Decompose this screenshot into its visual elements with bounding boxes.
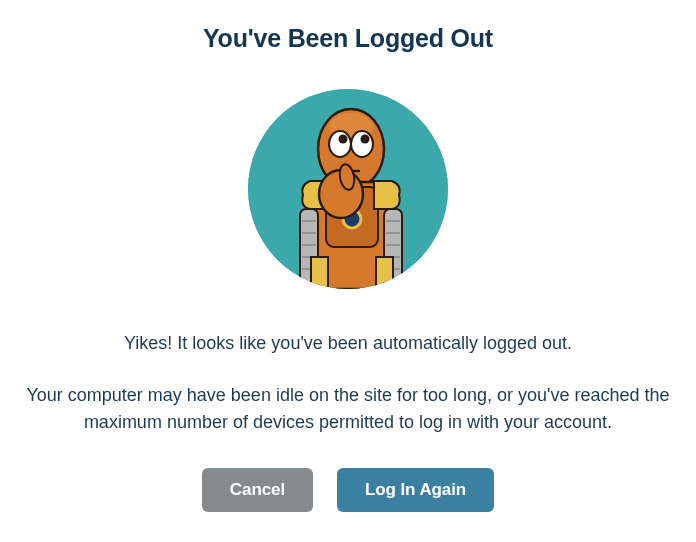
svg-point-5: [339, 135, 348, 144]
svg-point-3: [329, 131, 351, 157]
svg-point-4: [351, 131, 373, 157]
message-secondary: Your computer may have been idle on the …: [23, 382, 673, 436]
login-again-button[interactable]: Log In Again: [337, 468, 494, 512]
robot-thinking-icon: [248, 89, 448, 289]
svg-point-6: [361, 135, 370, 144]
cancel-button[interactable]: Cancel: [202, 468, 313, 512]
robot-thinking-illustration: [248, 89, 448, 289]
dialog-title: You've Been Logged Out: [203, 24, 493, 53]
dialog-actions: Cancel Log In Again: [202, 468, 494, 512]
message-primary: Yikes! It looks like you've been automat…: [124, 333, 572, 354]
